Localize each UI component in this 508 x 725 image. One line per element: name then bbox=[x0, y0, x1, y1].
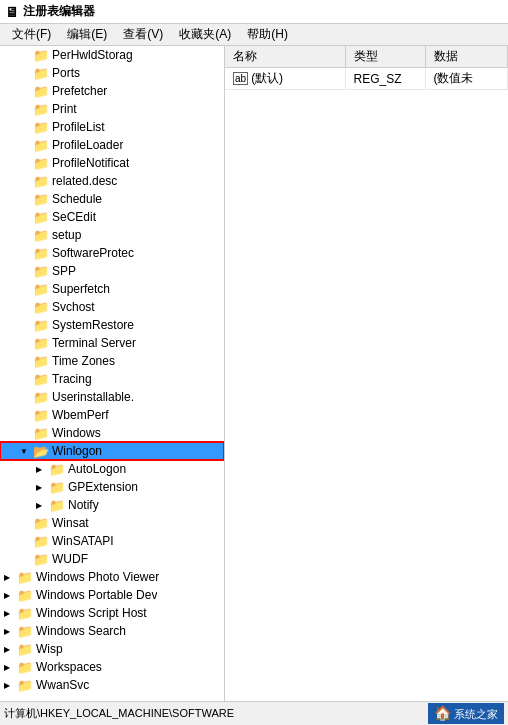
app-icon: 🖥 bbox=[5, 4, 19, 20]
folder-icon: 📁 bbox=[33, 228, 49, 243]
tree-item[interactable]: 📁related.desc bbox=[0, 172, 224, 190]
value-type: REG_SZ bbox=[345, 68, 425, 90]
tree-label: related.desc bbox=[52, 174, 117, 188]
tree-label: Winsat bbox=[52, 516, 89, 530]
tree-item[interactable]: ▶📁Windows Photo Viewer bbox=[0, 568, 224, 586]
tree-expand-icon[interactable]: ▶ bbox=[4, 591, 16, 600]
tree-label: SeCEdit bbox=[52, 210, 96, 224]
tree-item[interactable]: 📁Winsat bbox=[0, 514, 224, 532]
tree-item[interactable]: 📁Terminal Server bbox=[0, 334, 224, 352]
folder-icon: 📁 bbox=[33, 210, 49, 225]
main-content: 📁PerHwldStorag📁Ports📁Prefetcher📁Print📁Pr… bbox=[0, 46, 508, 701]
tree-item[interactable]: ▶📁Notify bbox=[0, 496, 224, 514]
folder-icon: 📁 bbox=[33, 84, 49, 99]
tree-item[interactable]: 📁Svchost bbox=[0, 298, 224, 316]
tree-item[interactable]: 📁Schedule bbox=[0, 190, 224, 208]
tree-item[interactable]: 📁Windows bbox=[0, 424, 224, 442]
tree-label: Tracing bbox=[52, 372, 92, 386]
folder-icon: 📁 bbox=[17, 642, 33, 657]
col-data: 数据 bbox=[425, 46, 508, 68]
menu-file[interactable]: 文件(F) bbox=[4, 24, 59, 45]
tree-item[interactable]: 📁SystemRestore bbox=[0, 316, 224, 334]
tree-item[interactable]: 📁ProfileNotificat bbox=[0, 154, 224, 172]
tree-label: Prefetcher bbox=[52, 84, 107, 98]
folder-icon: 📁 bbox=[33, 138, 49, 153]
folder-icon: 📁 bbox=[33, 282, 49, 297]
tree-expand-icon[interactable]: ▶ bbox=[4, 645, 16, 654]
tree-panel[interactable]: 📁PerHwldStorag📁Ports📁Prefetcher📁Print📁Pr… bbox=[0, 46, 225, 701]
status-path: 计算机\HKEY_LOCAL_MACHINE\SOFTWARE bbox=[4, 706, 424, 721]
tree-item[interactable]: 📁WbemPerf bbox=[0, 406, 224, 424]
tree-expand-icon[interactable]: ▶ bbox=[4, 681, 16, 690]
tree-item[interactable]: 📁Prefetcher bbox=[0, 82, 224, 100]
tree-label: WUDF bbox=[52, 552, 88, 566]
tree-label: PerHwldStorag bbox=[52, 48, 133, 62]
tree-label: GPExtension bbox=[68, 480, 138, 494]
tree-item[interactable]: 📁Userinstallable. bbox=[0, 388, 224, 406]
tree-item[interactable]: 📁setup bbox=[0, 226, 224, 244]
folder-icon: 📁 bbox=[33, 192, 49, 207]
tree-item[interactable]: 📁Tracing bbox=[0, 370, 224, 388]
tree-label: Print bbox=[52, 102, 77, 116]
tree-expand-icon[interactable]: ▼ bbox=[20, 447, 32, 456]
folder-icon: 📁 bbox=[33, 534, 49, 549]
tree-item[interactable]: 📁Ports bbox=[0, 64, 224, 82]
app-title: 注册表编辑器 bbox=[23, 3, 95, 20]
tree-label: Terminal Server bbox=[52, 336, 136, 350]
folder-icon: 📁 bbox=[33, 264, 49, 279]
tree-item[interactable]: ▶📁Workspaces bbox=[0, 658, 224, 676]
tree-item[interactable]: 📁Time Zones bbox=[0, 352, 224, 370]
folder-icon: 📁 bbox=[17, 678, 33, 693]
tree-expand-icon[interactable]: ▶ bbox=[36, 501, 48, 510]
tree-label: Workspaces bbox=[36, 660, 102, 674]
status-bar: 计算机\HKEY_LOCAL_MACHINE\SOFTWARE 🏠 系统之家 bbox=[0, 701, 508, 725]
tree-item[interactable]: ▶📁Wisp bbox=[0, 640, 224, 658]
folder-icon: 📁 bbox=[33, 102, 49, 117]
tree-item[interactable]: ▶📁WwanSvc bbox=[0, 676, 224, 694]
tree-expand-icon[interactable]: ▶ bbox=[4, 609, 16, 618]
tree-label: Wisp bbox=[36, 642, 63, 656]
tree-item[interactable]: ▶📁Windows Script Host bbox=[0, 604, 224, 622]
menu-edit[interactable]: 编辑(E) bbox=[59, 24, 115, 45]
menu-view[interactable]: 查看(V) bbox=[115, 24, 171, 45]
table-row[interactable]: ab(默认)REG_SZ(数值未 bbox=[225, 68, 508, 90]
tree-expand-icon[interactable]: ▶ bbox=[36, 465, 48, 474]
folder-icon: 📁 bbox=[17, 660, 33, 675]
tree-expand-icon[interactable]: ▶ bbox=[36, 483, 48, 492]
tree-item[interactable]: 📁Print bbox=[0, 100, 224, 118]
tree-item[interactable]: 📁SeCEdit bbox=[0, 208, 224, 226]
folder-icon: 📁 bbox=[33, 390, 49, 405]
tree-item[interactable]: ▶📁Windows Search bbox=[0, 622, 224, 640]
folder-icon: 📁 bbox=[49, 498, 65, 513]
tree-item[interactable]: 📁PerHwldStorag bbox=[0, 46, 224, 64]
tree-item[interactable]: 📁ProfileLoader bbox=[0, 136, 224, 154]
tree-item[interactable]: 📁SPP bbox=[0, 262, 224, 280]
tree-expand-icon[interactable]: ▶ bbox=[4, 663, 16, 672]
tree-label: WbemPerf bbox=[52, 408, 109, 422]
tree-item[interactable]: 📁ProfileList bbox=[0, 118, 224, 136]
menu-bar: 文件(F) 编辑(E) 查看(V) 收藏夹(A) 帮助(H) bbox=[0, 24, 508, 46]
tree-item[interactable]: ▶📁AutoLogon bbox=[0, 460, 224, 478]
folder-icon: 📁 bbox=[33, 300, 49, 315]
value-name: ab(默认) bbox=[225, 68, 345, 90]
tree-item[interactable]: 📁SoftwareProtec bbox=[0, 244, 224, 262]
folder-icon: 📁 bbox=[33, 408, 49, 423]
tree-label: Windows bbox=[52, 426, 101, 440]
tree-item[interactable]: ▶📁Windows Portable Dev bbox=[0, 586, 224, 604]
tree-item[interactable]: ▼📂Winlogon bbox=[0, 442, 224, 460]
status-logo: 🏠 系统之家 bbox=[428, 703, 504, 724]
folder-icon: 📁 bbox=[49, 462, 65, 477]
tree-item[interactable]: ▶📁GPExtension bbox=[0, 478, 224, 496]
folder-icon: 📁 bbox=[33, 516, 49, 531]
tree-label: Windows Search bbox=[36, 624, 126, 638]
tree-label: SPP bbox=[52, 264, 76, 278]
tree-item[interactable]: 📁WUDF bbox=[0, 550, 224, 568]
tree-label: SystemRestore bbox=[52, 318, 134, 332]
menu-favorites[interactable]: 收藏夹(A) bbox=[171, 24, 239, 45]
tree-item[interactable]: 📁WinSATAPI bbox=[0, 532, 224, 550]
menu-help[interactable]: 帮助(H) bbox=[239, 24, 296, 45]
folder-icon: 📂 bbox=[33, 444, 49, 459]
tree-item[interactable]: 📁Superfetch bbox=[0, 280, 224, 298]
tree-expand-icon[interactable]: ▶ bbox=[4, 627, 16, 636]
tree-expand-icon[interactable]: ▶ bbox=[4, 573, 16, 582]
